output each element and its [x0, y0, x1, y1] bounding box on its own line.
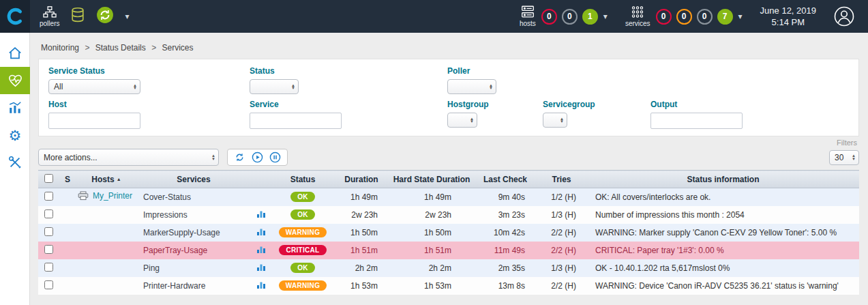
- hosts-counter[interactable]: 0: [562, 9, 578, 25]
- host-cell: [76, 224, 136, 242]
- sidebar-item-reporting[interactable]: [0, 94, 30, 121]
- table-row[interactable]: MarkerSupply-Usage WARNING 1h 50m 1h 50m…: [38, 224, 859, 242]
- duration-cell: 1h 49m: [334, 188, 389, 206]
- chevron-down-icon[interactable]: ▾: [125, 12, 129, 21]
- hostgroup-select[interactable]: ▲▼: [447, 113, 477, 128]
- select-all-checkbox[interactable]: [44, 174, 53, 183]
- servicegroup-select[interactable]: ▲▼: [543, 113, 567, 128]
- service-link[interactable]: MarkerSupply-Usage: [143, 228, 220, 237]
- host-link[interactable]: [78, 280, 93, 289]
- centreon-logo[interactable]: [0, 0, 30, 33]
- sidebar-item-home[interactable]: [0, 40, 30, 67]
- graph-icon[interactable]: [256, 209, 266, 218]
- service-status-select[interactable]: All ▲▼: [48, 79, 140, 94]
- output-input[interactable]: [650, 113, 743, 129]
- service-link[interactable]: PaperTray-Usage: [143, 246, 207, 255]
- service-cell: Ping: [136, 259, 251, 277]
- services-counter[interactable]: 0: [676, 9, 692, 25]
- breadcrumb-services[interactable]: Services: [162, 43, 193, 53]
- row-checkbox[interactable]: [44, 245, 53, 254]
- service-link[interactable]: Printer-Hardware: [143, 281, 205, 291]
- poller-select[interactable]: ▲▼: [447, 79, 496, 94]
- table-row[interactable]: Impressions OK 2w 23h 2w 23h 3m 23s 1/3 …: [38, 206, 859, 224]
- hosts-menu[interactable]: hosts: [520, 5, 536, 27]
- play-icon: [252, 151, 263, 163]
- sidebar-item-configuration[interactable]: ⚙: [0, 121, 30, 149]
- host-link[interactable]: [78, 227, 93, 236]
- graph-cell: [251, 259, 271, 277]
- service-link[interactable]: Cover-Status: [143, 192, 191, 202]
- host-link[interactable]: [78, 244, 93, 254]
- graph-icon[interactable]: [256, 280, 266, 289]
- more-actions-select[interactable]: More actions... ▲▼: [38, 149, 219, 166]
- poller-state-icon[interactable]: [96, 6, 114, 27]
- graph-icon[interactable]: [256, 244, 266, 254]
- header-tries[interactable]: Tries: [536, 171, 587, 188]
- refresh-button[interactable]: [234, 151, 245, 163]
- row-checkbox[interactable]: [44, 227, 53, 236]
- services-counter[interactable]: 0: [697, 9, 713, 25]
- duration-cell: 1h 51m: [334, 242, 389, 259]
- last-check-cell: 11m 49s: [475, 242, 536, 259]
- chevron-down-icon[interactable]: ▾: [738, 12, 743, 21]
- header-status-information[interactable]: Status information: [587, 171, 859, 188]
- tries-cell: 1/3 (H): [536, 206, 587, 224]
- user-profile-button[interactable]: [834, 6, 854, 27]
- table-row[interactable]: Printer-Hardware WARNING 1h 53m 1h 53m 1…: [38, 277, 859, 295]
- graph-icon[interactable]: [256, 227, 266, 236]
- status-information-cell: CRITICAL: Paper tray '1#3': 0.00 %: [587, 242, 859, 259]
- pause-button[interactable]: [269, 151, 281, 163]
- row-checkbox[interactable]: [44, 263, 53, 272]
- status-select[interactable]: ▲▼: [250, 79, 299, 94]
- last-check-cell: 9m 40s: [475, 188, 536, 206]
- header-duration[interactable]: Duration: [334, 171, 389, 188]
- header-status[interactable]: Status: [271, 171, 334, 188]
- services-counter[interactable]: 0: [656, 9, 672, 25]
- row-checkbox[interactable]: [44, 280, 53, 289]
- graph-icon[interactable]: [256, 262, 266, 272]
- row-checkbox[interactable]: [44, 192, 53, 201]
- pollers-icon: [43, 6, 57, 18]
- sidebar-item-administration[interactable]: [0, 149, 30, 176]
- table-row[interactable]: PaperTray-Usage CRITICAL 1h 51m 1h 51m 1…: [38, 242, 859, 259]
- header-last-check[interactable]: Last Check: [475, 171, 536, 188]
- hosts-icon: [521, 5, 535, 18]
- row-select-cell: [38, 259, 59, 277]
- severity-cell: [59, 277, 76, 295]
- sidebar-item-monitoring[interactable]: [0, 67, 30, 94]
- select-arrows-icon: ▲▼: [211, 154, 215, 160]
- breadcrumb: Monitoring > Status Details > Services: [30, 33, 868, 59]
- host-name: My_Printer: [93, 191, 132, 201]
- heart-pulse-icon: [8, 73, 23, 89]
- poller-database-icon[interactable]: [70, 7, 85, 26]
- header-services[interactable]: Services: [136, 171, 251, 188]
- service-link[interactable]: Impressions: [143, 210, 188, 220]
- breadcrumb-separator: >: [151, 43, 156, 53]
- row-select-cell: [38, 188, 59, 206]
- header-severity[interactable]: S: [59, 171, 76, 188]
- services-counter[interactable]: 7: [717, 9, 733, 25]
- row-select-cell: [38, 224, 59, 242]
- hosts-counter[interactable]: 0: [541, 9, 557, 25]
- header-hosts[interactable]: Hosts▲: [76, 171, 136, 188]
- play-button[interactable]: [252, 151, 263, 163]
- services-menu[interactable]: services: [625, 5, 650, 27]
- pollers-menu[interactable]: pollers: [40, 6, 59, 27]
- hosts-counter[interactable]: 1: [582, 9, 598, 25]
- breadcrumb-monitoring[interactable]: Monitoring: [41, 43, 79, 53]
- service-input[interactable]: [250, 113, 342, 129]
- row-checkbox[interactable]: [44, 209, 53, 218]
- chevron-down-icon[interactable]: ▾: [603, 12, 608, 21]
- host-input[interactable]: [48, 113, 140, 129]
- host-link[interactable]: My_Printer: [78, 191, 132, 201]
- page-size-select[interactable]: 30 ▲▼: [829, 150, 859, 165]
- breadcrumb-status-details[interactable]: Status Details: [95, 43, 146, 53]
- service-status-value: All: [54, 82, 63, 91]
- header-hard-state-duration[interactable]: Hard State Duration: [389, 171, 475, 188]
- service-link[interactable]: Ping: [143, 263, 160, 273]
- host-link[interactable]: [78, 209, 93, 218]
- host-link[interactable]: [78, 262, 93, 272]
- select-all-cell: [38, 171, 59, 188]
- table-row[interactable]: Ping OK 2h 2m 2h 2m 2m 35s 1/3 (H) OK - …: [38, 259, 859, 277]
- table-row[interactable]: My_Printer Cover-Status OK 1h 49m 1h 49m…: [38, 188, 859, 206]
